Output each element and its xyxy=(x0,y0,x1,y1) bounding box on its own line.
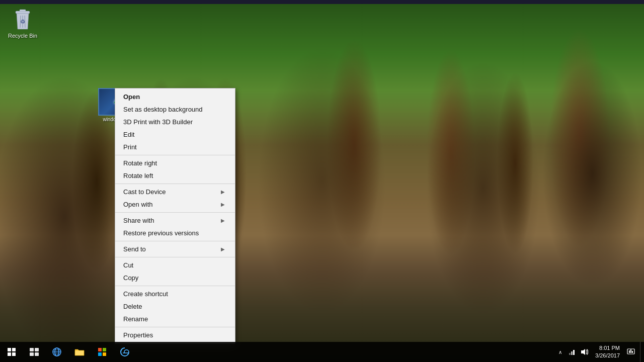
svg-rect-20 xyxy=(571,351,573,355)
menu-item-label-properties: Properties xyxy=(123,331,153,339)
menu-item-label-share-with: Share with xyxy=(123,217,154,224)
svg-rect-6 xyxy=(30,348,34,351)
svg-rect-16 xyxy=(103,348,106,351)
svg-rect-7 xyxy=(35,348,39,351)
tray-overflow-icon[interactable]: ∧ xyxy=(555,347,565,357)
menu-separator xyxy=(115,155,235,155)
menu-item-label-cast-to-device: Cast to Device xyxy=(123,188,166,196)
menu-item-properties[interactable]: Properties xyxy=(115,329,235,341)
tray-clock[interactable]: 8:01 PM 3/26/2017 xyxy=(591,344,624,360)
menu-item-label-create-shortcut: Create shortcut xyxy=(123,290,168,298)
menu-item-send-to[interactable]: Send to▶ xyxy=(115,243,235,255)
svg-rect-24 xyxy=(630,349,631,353)
menu-item-label-open: Open xyxy=(123,93,140,101)
menu-item-set-desktop-bg[interactable]: Set as desktop background xyxy=(115,103,235,116)
svg-rect-21 xyxy=(573,350,575,355)
menu-arrow-share-with: ▶ xyxy=(221,218,225,223)
menu-item-edit[interactable]: Edit xyxy=(115,128,235,141)
menu-item-label-print: Print xyxy=(123,143,137,151)
menu-item-label-rotate-left: Rotate left xyxy=(123,172,153,179)
svg-rect-19 xyxy=(569,353,571,355)
menu-item-cut[interactable]: Cut xyxy=(115,259,235,272)
edge-button[interactable] xyxy=(113,342,136,362)
menu-item-label-edit: Edit xyxy=(123,131,134,138)
menu-item-open-with[interactable]: Open with▶ xyxy=(115,198,235,211)
menu-separator xyxy=(115,257,235,257)
menu-item-copy[interactable]: Copy xyxy=(115,272,235,284)
menu-item-open[interactable]: Open xyxy=(115,90,235,103)
menu-separator xyxy=(115,212,235,213)
menu-item-3d-print[interactable]: 3D Print with 3D Builder xyxy=(115,116,235,128)
menu-item-share-with[interactable]: Share with▶ xyxy=(115,214,235,227)
menu-item-cast-to-device[interactable]: Cast to Device▶ xyxy=(115,186,235,198)
menu-arrow-send-to: ▶ xyxy=(221,246,225,252)
action-center-icon[interactable] xyxy=(626,347,636,357)
svg-rect-9 xyxy=(35,352,39,356)
menu-arrow-open-with: ▶ xyxy=(221,202,225,207)
tray-network-icon[interactable] xyxy=(567,347,577,357)
store-button[interactable] xyxy=(91,342,113,362)
menu-arrow-cast-to-device: ▶ xyxy=(221,189,225,195)
svg-rect-15 xyxy=(98,348,102,351)
clock-time: 8:01 PM xyxy=(595,344,620,352)
menu-separator xyxy=(115,184,235,184)
menu-item-create-shortcut[interactable]: Create shortcut xyxy=(115,288,235,300)
menu-item-label-delete: Delete xyxy=(123,303,142,310)
svg-rect-25 xyxy=(632,351,633,353)
menu-item-rotate-right[interactable]: Rotate right xyxy=(115,157,235,169)
menu-separator xyxy=(115,286,235,286)
taskbar: ∧ 8:01 PM 3/26/2017 xyxy=(0,342,644,362)
title-bar xyxy=(0,0,644,4)
svg-rect-1 xyxy=(20,10,26,12)
tray-volume-icon[interactable] xyxy=(579,347,589,357)
menu-separator xyxy=(115,241,235,241)
menu-item-label-3d-print: 3D Print with 3D Builder xyxy=(123,118,193,126)
menu-item-rotate-left[interactable]: Rotate left xyxy=(115,169,235,182)
start-button[interactable] xyxy=(0,342,23,362)
system-tray: ∧ 8:01 PM 3/26/2017 xyxy=(551,344,640,360)
menu-item-label-cut: Cut xyxy=(123,261,133,269)
ie-button[interactable] xyxy=(45,342,68,362)
show-desktop-button[interactable] xyxy=(640,342,644,362)
menu-item-rename[interactable]: Rename xyxy=(115,313,235,325)
task-view-button[interactable] xyxy=(23,342,45,362)
windows-icon xyxy=(8,348,16,356)
svg-rect-23 xyxy=(629,350,630,353)
menu-separator xyxy=(115,327,235,327)
desktop: ♻ Recycle Bin 🌲 windows hero OpenSet as … xyxy=(0,0,644,362)
menu-item-delete[interactable]: Delete xyxy=(115,300,235,313)
file-explorer-button[interactable] xyxy=(68,342,91,362)
menu-item-label-send-to: Send to xyxy=(123,245,146,253)
clock-date: 3/26/2017 xyxy=(595,352,620,359)
menu-item-label-set-desktop-bg: Set as desktop background xyxy=(123,106,203,113)
recycle-bin-icon[interactable]: ♻ Recycle Bin xyxy=(5,5,40,41)
svg-rect-17 xyxy=(98,352,102,356)
svg-rect-8 xyxy=(30,352,34,356)
context-menu: OpenSet as desktop background3D Print wi… xyxy=(115,88,235,344)
menu-item-label-restore-versions: Restore previous versions xyxy=(123,229,199,237)
svg-rect-18 xyxy=(103,352,106,356)
recycle-bin-label: Recycle Bin xyxy=(8,33,37,39)
svg-text:♻: ♻ xyxy=(20,19,25,25)
menu-item-label-rename: Rename xyxy=(123,315,148,323)
menu-item-restore-versions[interactable]: Restore previous versions xyxy=(115,227,235,239)
menu-item-label-open-with: Open with xyxy=(123,201,153,208)
menu-item-label-rotate-right: Rotate right xyxy=(123,159,157,167)
menu-item-print[interactable]: Print xyxy=(115,141,235,153)
menu-item-label-copy: Copy xyxy=(123,274,138,282)
